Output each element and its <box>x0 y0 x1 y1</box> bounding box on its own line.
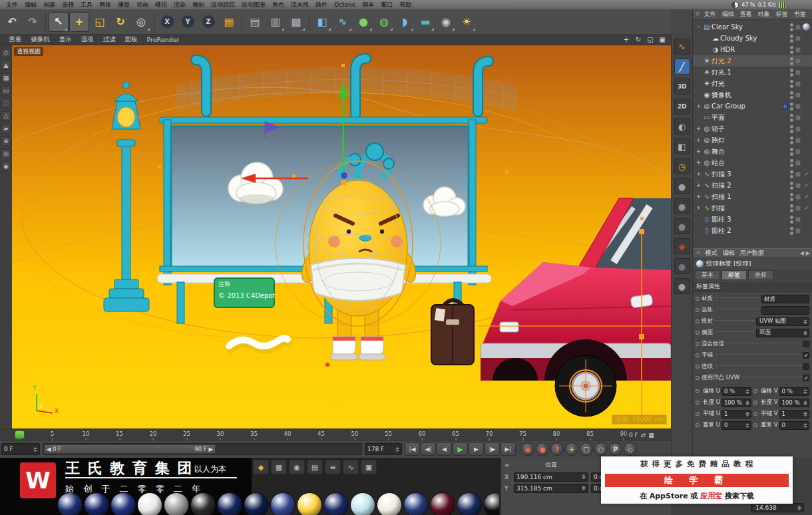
record-rotation-toggle[interactable]: ○ <box>594 442 608 456</box>
om-menu-文件[interactable]: 文件 <box>702 10 719 19</box>
scale-tool[interactable]: ◱ <box>90 12 110 32</box>
menu-动画[interactable]: 动画 <box>133 1 152 9</box>
tree-item[interactable]: +∿扫描✓ <box>693 202 812 214</box>
last-used-tool-button[interactable]: ◎ <box>131 12 151 32</box>
material-preview[interactable] <box>297 492 322 515</box>
record-parameter-toggle[interactable]: P <box>609 442 622 456</box>
timeline-options-icon[interactable]: ⇄ <box>641 432 646 438</box>
numeric-field[interactable]: 0 <box>721 421 751 430</box>
sphere-preset-icon[interactable]: ● <box>674 178 690 194</box>
spinner-arrows[interactable] <box>803 412 807 417</box>
pan-view-icon[interactable]: + <box>622 36 631 43</box>
view-3d-icon[interactable]: 3D <box>674 79 690 94</box>
undo-button[interactable]: ↶ <box>2 12 22 32</box>
tree-item[interactable]: −▤Clear Sky <box>693 21 812 33</box>
add-subdivision-surface-button[interactable]: ● <box>353 12 373 32</box>
timeline-grid-icon[interactable]: ▦ <box>648 432 654 438</box>
viewport-menu-摄像机[interactable]: 摄像机 <box>26 35 55 44</box>
keyframe-dot-icon[interactable] <box>696 401 700 405</box>
mode-tab-模式[interactable]: 模式 <box>703 249 720 258</box>
enable-toggle[interactable] <box>795 81 801 86</box>
orbit-view-icon[interactable]: ↻ <box>634 36 643 43</box>
enable-axis-icon[interactable]: ⊕ <box>1 136 11 146</box>
spinner-arrows[interactable] <box>581 486 586 490</box>
viewport-menu-ProRender[interactable]: ProRender <box>142 36 184 43</box>
pen-tool-icon[interactable]: ╱ <box>674 59 690 75</box>
record-scale-toggle[interactable]: □ <box>580 442 593 456</box>
keyframe-dot-icon[interactable] <box>753 389 757 393</box>
keyframe-dot-icon[interactable] <box>696 412 700 416</box>
keyframe-dot-icon[interactable] <box>696 319 700 323</box>
render-view-button[interactable]: ▤ <box>245 12 265 32</box>
spline-wave-icon[interactable]: ∿ <box>674 39 690 55</box>
expander-icon[interactable]: + <box>695 171 702 177</box>
view-2d-icon[interactable]: 2D <box>674 98 690 114</box>
goto-start-button[interactable]: |◀ <box>405 442 420 456</box>
layer-color-chip[interactable] <box>783 104 788 109</box>
menu-模拟[interactable]: 模拟 <box>152 1 170 9</box>
spinner-arrows[interactable] <box>745 389 749 394</box>
tree-item[interactable]: +◎舞台 <box>693 146 812 157</box>
menu-选择[interactable]: 选择 <box>59 1 77 9</box>
numeric-field[interactable]: 0 <box>779 421 809 430</box>
keyframe-selection-button[interactable]: ? <box>550 442 564 456</box>
previous-frame-button[interactable]: ◀ <box>437 442 452 456</box>
magnet-icon[interactable]: ◐ <box>674 118 690 134</box>
numeric-field[interactable]: 0 % <box>779 387 809 396</box>
enable-toggle[interactable] <box>795 70 801 75</box>
attr-checkbox[interactable]: ✓ <box>803 375 809 381</box>
frame-range-slider[interactable]: ◀ 0 F 90 F ▶ <box>43 443 362 455</box>
expander-icon[interactable]: + <box>695 194 702 200</box>
om-menu-查看[interactable]: 查看 <box>737 10 755 19</box>
tree-item[interactable]: +∿扫描 3✓ <box>693 168 812 180</box>
spinner-arrows[interactable] <box>745 401 749 405</box>
add-array-button[interactable]: ◍ <box>374 12 394 32</box>
rotate-tool[interactable]: ↻ <box>110 12 130 32</box>
snap-icon[interactable]: ◆ <box>1 162 11 171</box>
flag-icon[interactable]: ◆ <box>674 238 690 254</box>
menu-工具[interactable]: 工具 <box>77 1 96 9</box>
clip-icon[interactable]: ▤ <box>307 460 323 474</box>
keyframe-dot-icon[interactable] <box>696 365 700 369</box>
keyframe-dot-icon[interactable] <box>753 412 757 416</box>
move-tool[interactable]: + <box>69 12 89 32</box>
enable-toggle[interactable] <box>795 183 801 188</box>
viewport[interactable]: 注释 © 2013 C4Depot <box>12 45 671 429</box>
sphere-preset-icon[interactable]: ● <box>674 218 690 234</box>
numeric-field[interactable]: 1 <box>721 410 751 419</box>
lock-y-axis-button[interactable]: Y <box>178 12 198 32</box>
record-position-toggle[interactable]: + <box>565 442 578 456</box>
enable-toggle[interactable] <box>795 194 801 200</box>
enable-toggle[interactable] <box>795 138 801 143</box>
enable-toggle[interactable] <box>795 206 801 211</box>
menu-创建[interactable]: 创建 <box>40 1 59 9</box>
edges-mode-icon[interactable]: △ <box>1 111 11 120</box>
mode-tab-用户数据[interactable]: 用户数据 <box>737 249 767 258</box>
menu-渲染[interactable]: 渲染 <box>170 1 189 9</box>
spinner-arrows[interactable] <box>803 389 807 394</box>
material-preview[interactable] <box>350 492 375 515</box>
tree-item[interactable]: +∿扫描 1✓ <box>693 191 812 202</box>
spinner-arrows[interactable] <box>33 447 37 452</box>
keyframe-dot-icon[interactable] <box>696 376 700 380</box>
tree-item[interactable]: +◎站台 <box>693 157 812 168</box>
attr-tab-标签[interactable]: 标签 <box>721 270 747 280</box>
attr-value-field[interactable]: 材质 <box>761 295 809 303</box>
expander-icon[interactable]: + <box>695 137 702 143</box>
visibility-dots-icon[interactable] <box>790 102 793 111</box>
points-mode-icon[interactable]: ∴ <box>1 98 11 108</box>
menu-窗口[interactable]: 窗口 <box>377 1 396 9</box>
keyframe-dot-icon[interactable] <box>696 423 700 427</box>
viewport-menu-过滤[interactable]: 过滤 <box>99 35 120 44</box>
menu-插件[interactable]: 插件 <box>312 1 331 9</box>
keyframe-dot-icon[interactable] <box>696 297 700 301</box>
tree-item[interactable]: ☀灯光.1 <box>693 67 812 78</box>
annotation-note[interactable]: 注释 © 2013 C4Depot <box>214 278 275 307</box>
scene-canvas[interactable]: 注释 © 2013 C4Depot <box>12 45 671 429</box>
record-pla-toggle[interactable]: ◇ <box>624 442 637 456</box>
keyframe-palette-icon[interactable]: ◆ <box>253 460 269 474</box>
visibility-dots-icon[interactable] <box>790 170 793 179</box>
visibility-dots-icon[interactable] <box>790 45 793 55</box>
add-primitive-button[interactable]: ◧ <box>312 12 332 32</box>
enable-toggle[interactable] <box>795 126 801 132</box>
